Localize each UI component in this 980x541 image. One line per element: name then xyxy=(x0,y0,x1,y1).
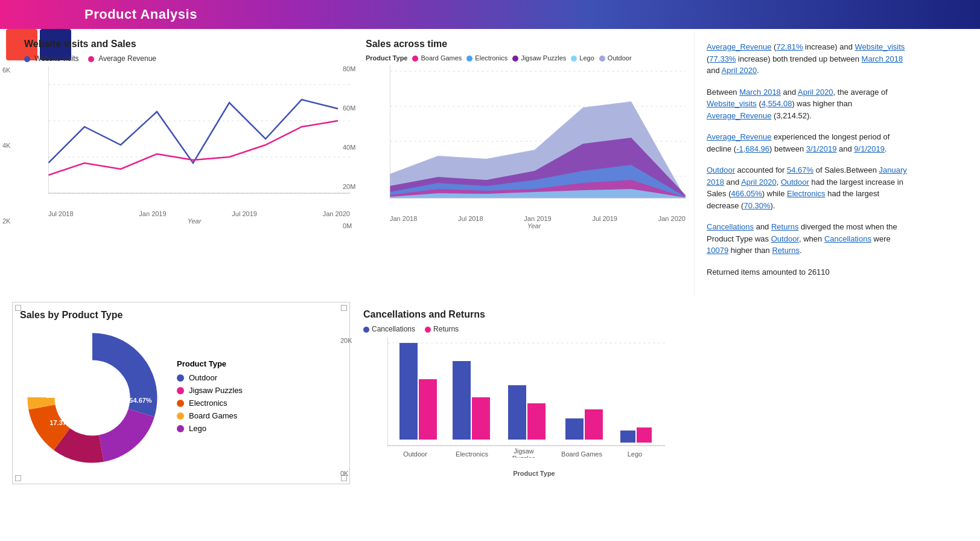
insight-link[interactable]: 9/1/2019 xyxy=(854,144,885,153)
bar-outdoor-return xyxy=(419,379,437,440)
cancellations-title: Cancellations and Returns xyxy=(363,309,681,320)
svg-text:Electronics: Electronics xyxy=(456,450,488,458)
avg-revenue-label: Average Revenue xyxy=(98,54,156,63)
legend-jigsaw: Jigsaw Puzzles xyxy=(177,386,243,395)
insight-link[interactable]: March 2018 xyxy=(862,54,903,63)
svg-text:Board Games: Board Games xyxy=(561,450,602,458)
cancellations-panel: Cancellations and Returns Cancellations … xyxy=(356,302,688,484)
website-visits-label: Website visits xyxy=(34,54,78,63)
svg-text:12.98%: 12.98% xyxy=(46,392,69,399)
bar-electronics-return xyxy=(472,397,490,440)
cancel-y-labels: 20K 0K xyxy=(340,337,352,477)
insight-link[interactable]: 54.67% xyxy=(787,165,813,174)
donut-chart-svg: 54.67% 17.37% 12.98% 11.96% xyxy=(20,325,165,470)
website-visits-dot xyxy=(24,56,30,62)
product-type-label: Product Type xyxy=(366,54,407,62)
svg-text:17.37%: 17.37% xyxy=(49,419,72,426)
bar-lego-return xyxy=(637,427,652,443)
sales-time-chart-svg xyxy=(390,65,686,210)
insights-panel: Average_Revenue (72.81% increase) and We… xyxy=(694,31,923,297)
avg-revenue-dot xyxy=(88,56,94,62)
legend-outdoor: Outdoor xyxy=(177,373,243,382)
insight-link[interactable]: -1,684.96 xyxy=(736,144,769,153)
insight-link[interactable]: Outdoor xyxy=(771,234,799,243)
insight-link[interactable]: Outdoor xyxy=(707,165,735,174)
product-type-legend: Product Type Outdoor Jigsaw Puzzles Elec… xyxy=(177,359,243,437)
insight-link[interactable]: 466.05% xyxy=(731,189,762,198)
insight-link[interactable]: Returns xyxy=(772,246,800,255)
svg-text:11.96%: 11.96% xyxy=(63,357,86,364)
resize-handle-tl[interactable] xyxy=(15,305,21,311)
insights-text: Average_Revenue (72.81% increase) and We… xyxy=(707,41,911,278)
insight-link[interactable]: April 2020 xyxy=(722,66,757,75)
visits-chart-title: Website visits and Sales xyxy=(24,39,340,50)
sales-time-y-labels: 80M 60M 40M 20M 0M xyxy=(343,65,355,229)
insight-link[interactable]: April 2020 xyxy=(741,178,777,187)
insight-link[interactable]: Cancellations xyxy=(824,234,871,243)
insight-link[interactable]: 77.33% xyxy=(709,54,736,63)
bar-boardgames-cancel xyxy=(565,418,584,440)
insight-link[interactable]: April 2020 xyxy=(798,88,833,97)
insight-link[interactable]: Electronics xyxy=(787,189,826,198)
bar-jigsaw-cancel xyxy=(508,385,526,440)
legend-board-games: Board Games xyxy=(177,411,243,420)
visits-legend: Website visits Average Revenue xyxy=(24,54,340,63)
insight-link[interactable]: Average_Revenue xyxy=(707,132,771,141)
cancel-legend: Cancellations Returns xyxy=(363,325,681,333)
visits-chart-svg xyxy=(48,66,350,205)
website-visits-legend-item: Website visits xyxy=(24,54,78,63)
bar-lego-cancel xyxy=(620,431,635,443)
insight-link[interactable]: Average_Revenue xyxy=(707,42,771,51)
resize-handle-tr[interactable] xyxy=(341,305,347,311)
visits-y-labels: 6K 4K 2K xyxy=(2,66,10,225)
svg-text:Jigsaw: Jigsaw xyxy=(514,447,534,455)
cancellations-chart-svg: Outdoor Electronics Jigsaw Puzzles Board… xyxy=(387,337,665,458)
sales-time-x-axis-title: Year xyxy=(390,222,678,229)
sales-time-panel: Sales across time Product Type Board Gam… xyxy=(356,31,688,297)
insight-link[interactable]: Website_visits xyxy=(855,42,905,51)
svg-text:Puzzles: Puzzles xyxy=(512,455,536,458)
insight-link[interactable]: March 2018 xyxy=(739,88,781,97)
header: Product Analysis xyxy=(0,0,980,29)
insight-link[interactable]: Returns xyxy=(771,222,799,231)
product-type-chart-title: Sales by Product Type xyxy=(20,310,342,321)
insight-link[interactable]: 3/1/2019 xyxy=(806,144,837,153)
bar-electronics-cancel xyxy=(453,361,471,440)
insight-link[interactable]: Cancellations xyxy=(707,222,754,231)
legend-electronics: Electronics xyxy=(177,399,243,408)
insight-link[interactable]: Outdoor xyxy=(781,178,809,187)
svg-text:Lego: Lego xyxy=(628,450,642,458)
legend-title: Product Type xyxy=(177,359,243,368)
insight-link[interactable]: 10079 xyxy=(707,246,728,255)
page-title: Product Analysis xyxy=(84,7,197,22)
svg-text:54.67%: 54.67% xyxy=(129,397,152,404)
insight-link[interactable]: 4,554.08 xyxy=(762,99,792,108)
cancel-x-axis-title: Product Type xyxy=(387,470,681,477)
bar-boardgames-return xyxy=(585,409,603,440)
resize-handle-bl[interactable] xyxy=(15,475,21,481)
avg-revenue-legend-item: Average Revenue xyxy=(88,54,156,63)
sales-time-legend: Product Type Board Games Electronics Jig… xyxy=(366,54,678,62)
donut-container: 54.67% 17.37% 12.98% 11.96% Product Type… xyxy=(20,325,342,470)
insight-link[interactable]: 72.81% xyxy=(776,42,803,51)
sales-time-title: Sales across time xyxy=(366,39,678,50)
bar-jigsaw-return xyxy=(527,403,546,440)
legend-lego: Lego xyxy=(177,424,243,433)
website-visits-panel: Website visits and Sales Website visits … xyxy=(12,31,350,297)
bar-outdoor-cancel xyxy=(399,343,418,440)
product-type-panel: Sales by Product Type xyxy=(12,302,350,484)
svg-text:Outdoor: Outdoor xyxy=(403,450,427,458)
visits-x-axis-title: Year xyxy=(48,217,340,225)
insight-link[interactable]: 70.30% xyxy=(743,201,770,210)
insight-link[interactable]: Website_visits xyxy=(707,99,757,108)
insight-link[interactable]: Average_Revenue xyxy=(707,111,771,120)
